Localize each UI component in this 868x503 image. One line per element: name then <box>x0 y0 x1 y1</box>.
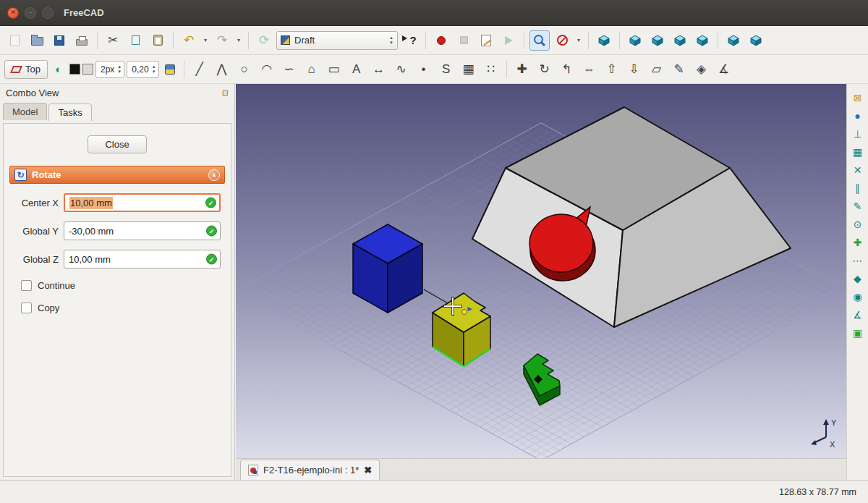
snap-lock[interactable]: ⊠ <box>850 90 865 105</box>
snap-ortho[interactable]: ✚ <box>850 234 865 250</box>
box-zoom-button[interactable] <box>529 30 550 51</box>
axonometric-view-button[interactable] <box>594 30 614 51</box>
working-plane-button[interactable]: Top <box>4 60 48 79</box>
arc-tool-button[interactable]: ◠ <box>257 59 277 80</box>
rear-view-button[interactable] <box>692 30 712 51</box>
macro-edit-button[interactable] <box>476 30 496 51</box>
redo-dropdown[interactable]: ▾ <box>234 30 243 51</box>
paste-button[interactable] <box>148 30 168 51</box>
new-document-button[interactable] <box>4 30 25 51</box>
line-width-spinner[interactable]: 2px ▲ ▼ <box>95 61 124 78</box>
line-width-arrows[interactable]: ▲ ▼ <box>117 64 122 74</box>
array-tool-button[interactable]: ∷ <box>481 59 501 80</box>
rotate-task-header[interactable]: ↻ Rotate ▲ <box>9 166 225 184</box>
undo-button[interactable]: ↶ <box>179 30 199 51</box>
face-color-swatch[interactable] <box>82 64 93 75</box>
edit-tool-button[interactable]: ✎ <box>669 59 689 80</box>
open-document-button[interactable] <box>27 30 47 51</box>
global-y-input[interactable]: -30,00 mm ✓ <box>64 221 221 240</box>
redo-button[interactable]: ↷ <box>212 30 232 51</box>
scale-spinner[interactable]: 0,20 ▲ ▼ <box>127 61 158 78</box>
circle-tool-icon: ○ <box>240 62 247 77</box>
separator <box>97 32 98 49</box>
document-tab[interactable]: F2-T16-ejemplo-ini : 1* ✖ <box>240 460 380 480</box>
bottom-view-button[interactable] <box>723 30 744 51</box>
point-tool-button[interactable]: • <box>414 59 434 80</box>
macro-play-button[interactable] <box>498 30 519 51</box>
snap-midpoint[interactable]: ◉ <box>850 289 865 304</box>
right-view-button[interactable] <box>670 30 690 51</box>
float-dock-icon[interactable]: ⊡ <box>222 88 229 98</box>
polygon-tool-button[interactable]: ⌂ <box>302 59 322 80</box>
rotate-tool-button[interactable]: ↻ <box>535 59 555 80</box>
dimension-tool-button[interactable]: ↔ <box>369 59 389 80</box>
tab-model[interactable]: Model <box>3 103 47 120</box>
subelement-tool-button[interactable]: ◈ <box>692 59 712 80</box>
print-button[interactable] <box>72 30 92 51</box>
front-view-button[interactable] <box>625 30 645 51</box>
snap-intersection[interactable]: ✕ <box>850 162 865 177</box>
macro-record-button[interactable] <box>431 30 451 51</box>
window-minimize-button[interactable]: – <box>25 7 36 19</box>
global-z-input[interactable]: 10,00 mm ✓ <box>64 250 221 269</box>
refresh-button[interactable]: ⟳ <box>254 30 274 51</box>
trimex-tool-button[interactable]: ⇔ <box>579 59 600 80</box>
workbench-selector[interactable]: Draft ▲ ▼ <box>276 31 398 50</box>
save-button[interactable] <box>49 30 69 51</box>
circle-tool-button[interactable]: ○ <box>234 59 255 80</box>
top-view-button[interactable] <box>647 30 668 51</box>
draw-style-dropdown[interactable]: ▾ <box>574 30 583 51</box>
whats-this-button[interactable]: ? <box>400 30 420 51</box>
snap-perpendicular[interactable]: ⊥ <box>850 126 865 141</box>
combo-spin-arrows[interactable]: ▲ ▼ <box>389 35 393 45</box>
slope-tool-button[interactable]: ∡ <box>714 59 734 80</box>
axis-y-label: Y <box>831 418 837 427</box>
snap-parallel[interactable]: ∥ <box>850 180 865 195</box>
snap-toolbar: ⊠ ● ⊥ ▦ ✕ ∥ ✎ ⊙ ✚ ⋯ ◆ ◉ ∡ ▣ <box>846 84 868 480</box>
scale-tool-button[interactable]: ▱ <box>647 59 667 80</box>
line-color-swatch[interactable] <box>69 64 80 75</box>
wire-tool-button[interactable]: ⋀ <box>212 59 232 80</box>
snap-angle[interactable]: ∡ <box>850 307 865 322</box>
snap-workingplane[interactable]: ▣ <box>850 325 865 340</box>
document-tab-close-icon[interactable]: ✖ <box>364 465 372 475</box>
snap-grid[interactable]: ▦ <box>850 144 865 159</box>
snap-center[interactable]: ⊙ <box>850 216 865 232</box>
downgrade-tool-button[interactable]: ⇩ <box>624 59 644 80</box>
snap-endpoint[interactable]: ● <box>850 108 865 123</box>
tab-tasks[interactable]: Tasks <box>48 103 91 121</box>
left-view-button[interactable] <box>746 30 766 51</box>
window-close-button[interactable]: ✕ <box>7 7 19 19</box>
upgrade-tool-button[interactable]: ⇧ <box>602 59 622 80</box>
scale-arrows[interactable]: ▲ ▼ <box>152 64 156 74</box>
draw-style-button[interactable] <box>552 30 572 51</box>
separator <box>619 32 620 49</box>
apply-style-button[interactable] <box>161 61 179 78</box>
cut-button[interactable]: ✂ <box>103 30 123 51</box>
rectangle-tool-button[interactable]: ▭ <box>324 59 344 80</box>
line-tool-button[interactable]: ╱ <box>190 59 210 80</box>
close-task-button[interactable]: Close <box>88 135 147 153</box>
snap-special[interactable]: ◆ <box>850 271 865 286</box>
collapse-task-icon[interactable]: ▲ <box>208 169 220 181</box>
window-maximize-button[interactable] <box>42 7 54 19</box>
snap-extension[interactable]: ⋯ <box>850 253 865 268</box>
copy-button[interactable] <box>125 30 145 51</box>
move-tool-button[interactable]: ✚ <box>512 59 532 80</box>
center-x-input[interactable]: 10,00 mm ✓ <box>64 193 221 212</box>
blue-cube[interactable] <box>353 224 422 313</box>
text-tool-button[interactable]: A <box>346 59 367 80</box>
shapestring-tool-button[interactable]: S <box>436 59 456 80</box>
window-title: FreeCAD <box>64 7 104 18</box>
copy-checkbox[interactable] <box>21 303 32 313</box>
bezier-tool-button[interactable]: ∽ <box>279 59 299 80</box>
offset-tool-button[interactable]: ↰ <box>557 59 577 80</box>
continue-checkbox[interactable] <box>21 280 32 291</box>
3d-viewport[interactable]: Y X <box>236 84 846 458</box>
construction-mode-button[interactable]: ◐ <box>50 61 67 78</box>
snap-near[interactable]: ✎ <box>850 198 865 214</box>
bspline-tool-button[interactable]: ∿ <box>391 59 412 80</box>
undo-dropdown[interactable]: ▾ <box>201 30 210 51</box>
macro-stop-button[interactable] <box>454 30 474 51</box>
facebinder-tool-button[interactable]: ▦ <box>459 59 479 80</box>
